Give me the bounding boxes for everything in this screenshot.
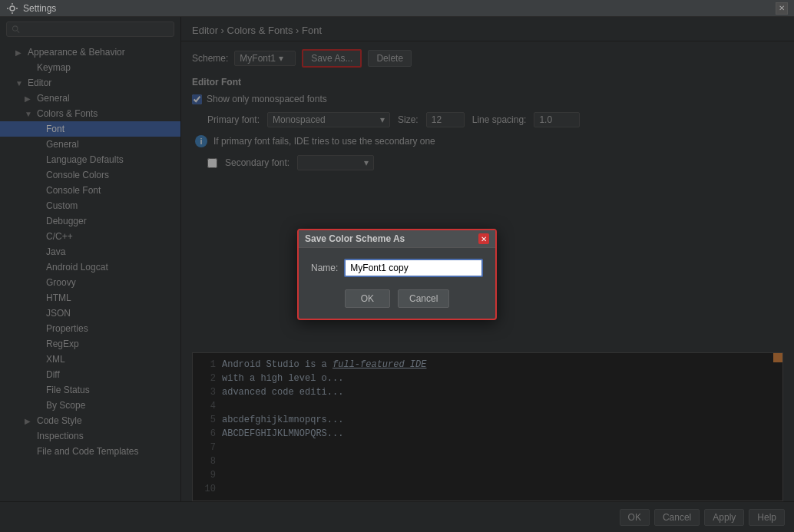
save-color-scheme-dialog: Save Color Scheme As ✕ Name: OK Cancel: [297, 229, 497, 320]
modal-name-row: Name:: [311, 259, 483, 277]
settings-icon: [6, 2, 18, 15]
modal-body: Name: OK Cancel: [299, 248, 495, 319]
modal-ok-button[interactable]: OK: [345, 289, 390, 308]
modal-close-button[interactable]: ✕: [478, 233, 489, 244]
modal-title: Save Color Scheme As: [305, 233, 405, 244]
modal-buttons: OK Cancel: [311, 289, 483, 308]
close-button[interactable]: ✕: [776, 2, 788, 15]
modal-overlay: Save Color Scheme As ✕ Name: OK Cancel: [0, 17, 794, 532]
modal-title-bar: Save Color Scheme As ✕: [299, 230, 495, 248]
modal-name-input[interactable]: [344, 259, 483, 277]
modal-cancel-button[interactable]: Cancel: [398, 289, 449, 308]
title-bar: Settings ✕: [0, 0, 794, 17]
window-title: Settings: [23, 3, 56, 14]
svg-point-0: [10, 6, 15, 11]
modal-name-label: Name:: [311, 263, 338, 273]
